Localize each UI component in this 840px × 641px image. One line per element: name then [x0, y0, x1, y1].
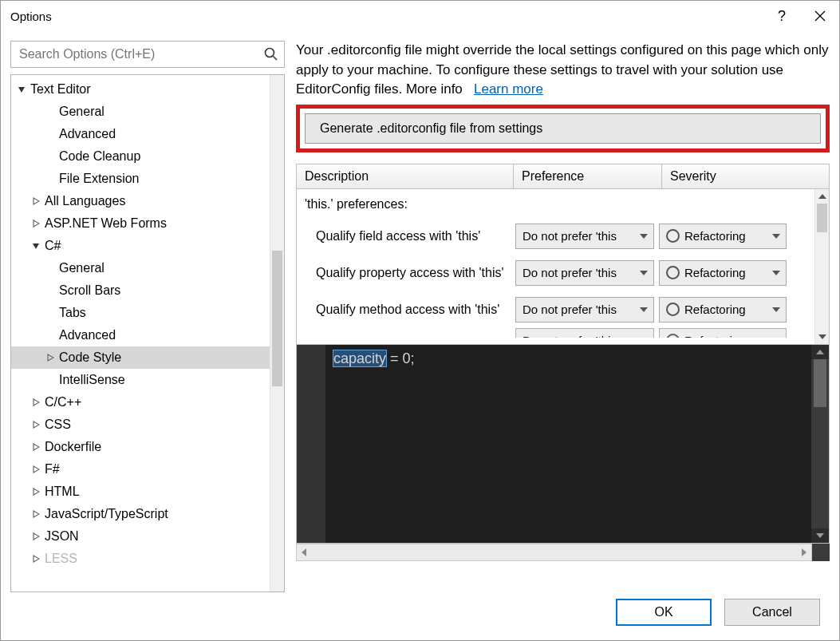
chevron-down-icon: [770, 271, 783, 275]
code-area[interactable]: capacity = 0;: [325, 345, 811, 543]
dropdown-value: Refactoring: [684, 229, 770, 243]
severity-circle-icon: [666, 229, 680, 243]
tree-item-less[interactable]: LESS: [11, 548, 270, 570]
scroll-right-icon[interactable]: [797, 544, 811, 560]
tree-item-f-[interactable]: F#: [11, 458, 270, 481]
tree-item-tabs[interactable]: Tabs: [11, 302, 270, 324]
tree-scrollbar[interactable]: [270, 75, 284, 592]
tree-item-label: IntelliSense: [59, 373, 125, 387]
dropdown-value: Refactoring: [684, 334, 770, 338]
preferences-grid-body: 'this.' preferences: Qualify field acces…: [296, 189, 830, 344]
tree-item-json[interactable]: JSON: [11, 525, 270, 548]
tree-item-intellisense[interactable]: IntelliSense: [11, 369, 270, 391]
generate-editorconfig-button[interactable]: Generate .editorconfig file from setting…: [305, 113, 821, 144]
code-horizontal-scrollbar[interactable]: [296, 544, 830, 561]
severity-circle-icon: [666, 334, 680, 338]
expand-icon: [30, 398, 41, 406]
expand-icon: [30, 197, 41, 205]
tree-item-asp-net-web-forms[interactable]: ASP.NET Web Forms: [11, 212, 270, 235]
preference-description: Qualify field access with 'this': [316, 228, 515, 244]
scroll-down-icon[interactable]: [811, 528, 829, 543]
cancel-button[interactable]: Cancel: [724, 599, 820, 626]
tree-item-label: File Extension: [59, 172, 140, 186]
dropdown-value: Do not prefer 'this: [523, 303, 637, 316]
preference-description: Qualify method access with 'this': [316, 302, 515, 318]
tree-item-general[interactable]: General: [11, 101, 270, 123]
tree-item-code-style[interactable]: Code Style: [11, 346, 270, 369]
expand-icon: [30, 421, 41, 429]
notice-text: Your .editorconfig file might override t…: [296, 42, 828, 97]
search-box[interactable]: [10, 41, 285, 68]
code-rest: = 0;: [386, 350, 415, 366]
tree-item-label: Tabs: [59, 306, 86, 320]
tree-item-label: Code Cleanup: [59, 149, 140, 164]
tree-item-c-[interactable]: C#: [11, 235, 270, 257]
tree-item-javascript-typescript[interactable]: JavaScript/TypeScript: [11, 503, 270, 525]
tree-item-advanced[interactable]: Advanced: [11, 123, 270, 145]
column-header-description[interactable]: Description: [297, 164, 514, 188]
tree-item-code-cleanup[interactable]: Code Cleanup: [11, 145, 270, 168]
expand-icon: [30, 220, 41, 228]
column-header-severity[interactable]: Severity: [662, 164, 829, 188]
tree-item-label: Dockerfile: [45, 440, 101, 454]
grid-scrollbar[interactable]: [814, 189, 829, 344]
tree-item-file-extension[interactable]: File Extension: [11, 168, 270, 190]
tree-item-label: C/C++: [45, 395, 81, 410]
tree-item-text-editor[interactable]: Text Editor: [11, 78, 270, 101]
scrollbar-thumb[interactable]: [814, 359, 826, 407]
scroll-up-icon[interactable]: [811, 345, 829, 359]
tree-item-advanced[interactable]: Advanced: [11, 324, 270, 346]
expand-icon: [30, 532, 41, 540]
dropdown-value: Refactoring: [684, 266, 770, 279]
help-button[interactable]: ?: [763, 1, 801, 31]
severity-dropdown[interactable]: Refactoring: [659, 328, 787, 338]
expand-icon: [45, 354, 56, 362]
scrollbar-thumb[interactable]: [817, 204, 827, 232]
tree-body[interactable]: Text EditorGeneralAdvancedCode CleanupFi…: [11, 75, 270, 592]
scroll-down-icon[interactable]: [815, 330, 829, 344]
preference-dropdown[interactable]: Do not prefer 'this: [515, 328, 654, 338]
scroll-left-icon[interactable]: [297, 544, 311, 560]
tree-item-html[interactable]: HTML: [11, 481, 270, 503]
tree-item-all-languages[interactable]: All Languages: [11, 190, 270, 212]
tree-item-label: C#: [45, 239, 61, 253]
chevron-down-icon: [637, 307, 650, 312]
learn-more-link[interactable]: Learn more: [474, 81, 543, 97]
title-bar: Options ?: [1, 1, 839, 31]
severity-circle-icon: [666, 303, 680, 316]
tree-item-label: Advanced: [59, 328, 116, 342]
severity-dropdown[interactable]: Refactoring: [659, 260, 787, 286]
options-tree: Text EditorGeneralAdvancedCode CleanupFi…: [10, 74, 285, 592]
tree-item-label: General: [59, 261, 105, 275]
preference-row: Do not prefer 'thisRefactoring: [297, 328, 814, 338]
ok-label: OK: [654, 605, 672, 619]
grid-rows: 'this.' preferences: Qualify field acces…: [297, 189, 814, 344]
close-button[interactable]: [801, 1, 839, 31]
tree-item-label: Advanced: [59, 127, 116, 141]
dropdown-value: Do not prefer 'this: [523, 229, 637, 243]
svg-point-0: [266, 49, 274, 57]
column-header-preference[interactable]: Preference: [514, 164, 662, 188]
tree-item-c-c-[interactable]: C/C++: [11, 391, 270, 413]
dropdown-value: Do not prefer 'this: [523, 334, 637, 338]
scroll-up-icon[interactable]: [815, 189, 829, 204]
severity-dropdown[interactable]: Refactoring: [659, 224, 787, 249]
severity-circle-icon: [666, 266, 680, 279]
tree-item-label: General: [59, 105, 105, 119]
preference-dropdown[interactable]: Do not prefer 'this: [515, 260, 654, 286]
tree-item-general[interactable]: General: [11, 257, 270, 279]
tree-item-scroll-bars[interactable]: Scroll Bars: [11, 279, 270, 302]
tree-item-label: All Languages: [45, 194, 125, 208]
search-input[interactable]: [18, 46, 263, 62]
tree-item-dockerfile[interactable]: Dockerfile: [11, 436, 270, 458]
preference-row: Qualify field access with 'this'Do not p…: [297, 218, 814, 255]
chevron-down-icon: [637, 271, 650, 275]
ok-button[interactable]: OK: [616, 599, 712, 626]
scrollbar-thumb[interactable]: [272, 251, 282, 386]
preference-dropdown[interactable]: Do not prefer 'this: [515, 224, 654, 249]
preference-dropdown[interactable]: Do not prefer 'this: [515, 297, 654, 322]
severity-dropdown[interactable]: Refactoring: [659, 297, 787, 322]
code-token-highlight: capacity: [333, 350, 386, 366]
tree-item-css[interactable]: CSS: [11, 413, 270, 436]
code-vertical-scrollbar[interactable]: [811, 345, 829, 543]
